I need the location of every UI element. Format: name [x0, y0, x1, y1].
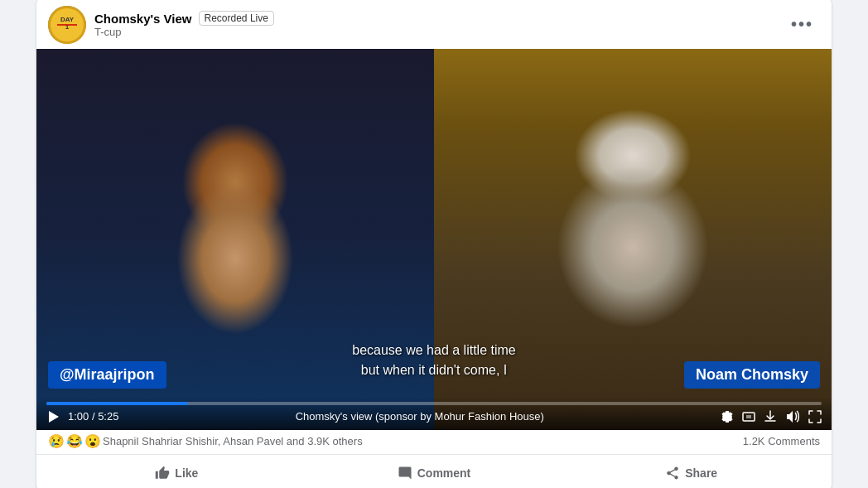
- quality-button[interactable]: [742, 410, 755, 423]
- controls-row: 1:00 / 5:25 Chomsky's view (sponsor by M…: [46, 410, 822, 423]
- share-label: Share: [685, 466, 717, 480]
- progress-bar[interactable]: [46, 402, 822, 405]
- comment-label: Comment: [417, 466, 471, 480]
- page-subtitle: T-cup: [94, 26, 274, 38]
- post-meta: 😢 😂 😮 Shapnil Shahriar Shishir, Ahsan Pa…: [36, 430, 832, 454]
- page-info: Chomsky's View Recorded Live T-cup: [94, 11, 274, 38]
- post-actions: Like Comment Share: [36, 454, 832, 489]
- post-header-left: DAY 1 Chomsky's View Recorded Live T-cup: [48, 6, 274, 44]
- settings-button[interactable]: [721, 410, 734, 423]
- more-options-button[interactable]: •••: [784, 12, 820, 37]
- like-button[interactable]: Like: [48, 460, 306, 486]
- volume-button[interactable]: [785, 410, 800, 423]
- subtitle-line2: but when it didn't come, I: [352, 360, 515, 380]
- page-name[interactable]: Chomsky's View: [94, 12, 192, 26]
- play-button[interactable]: [46, 410, 60, 423]
- download-button[interactable]: [764, 410, 777, 423]
- comment-button[interactable]: Comment: [306, 460, 563, 486]
- fullscreen-button[interactable]: [808, 410, 822, 423]
- post-header: DAY 1 Chomsky's View Recorded Live T-cup…: [36, 0, 832, 49]
- svg-rect-6: [746, 415, 751, 418]
- video-controls: 1:00 / 5:25 Chomsky's view (sponsor by M…: [36, 397, 832, 430]
- page-name-row: Chomsky's View Recorded Live: [94, 11, 274, 26]
- like-label: Like: [175, 466, 198, 480]
- reactions-count[interactable]: Shapnil Shahriar Shishir, Ahsan Pavel an…: [103, 435, 363, 447]
- right-person-name: Noam Chomsky: [684, 361, 820, 389]
- svg-text:DAY: DAY: [60, 16, 75, 23]
- video-title: Chomsky's view (sponsor by Mohur Fashion…: [127, 410, 712, 423]
- comments-count[interactable]: 1.2K Comments: [743, 435, 820, 447]
- controls-right: [721, 410, 822, 423]
- avatar[interactable]: DAY 1: [48, 6, 86, 44]
- subtitle-overlay: because we had a little time but when it…: [352, 341, 515, 380]
- subtitle-line1: because we had a little time: [352, 341, 515, 360]
- progress-fill: [46, 402, 188, 405]
- reactions-summary: 😢 😂 😮 Shapnil Shahriar Shishir, Ahsan Pa…: [48, 433, 363, 449]
- share-button[interactable]: Share: [562, 460, 820, 486]
- left-person-name: @Miraajripon: [48, 361, 166, 389]
- reaction-emoji-1: 😢: [48, 433, 65, 449]
- video-player[interactable]: because we had a little time but when it…: [36, 49, 832, 430]
- like-icon: [155, 466, 170, 481]
- recorded-live-badge: Recorded Live: [199, 11, 274, 26]
- share-icon: [665, 466, 680, 481]
- reaction-emoji-2: 😂: [66, 433, 83, 449]
- post-card: DAY 1 Chomsky's View Recorded Live T-cup…: [36, 0, 832, 488]
- reaction-emoji-3: 😮: [84, 433, 101, 449]
- time-display: 1:00 / 5:25: [68, 410, 118, 423]
- comment-icon: [398, 466, 412, 481]
- svg-marker-4: [49, 411, 59, 423]
